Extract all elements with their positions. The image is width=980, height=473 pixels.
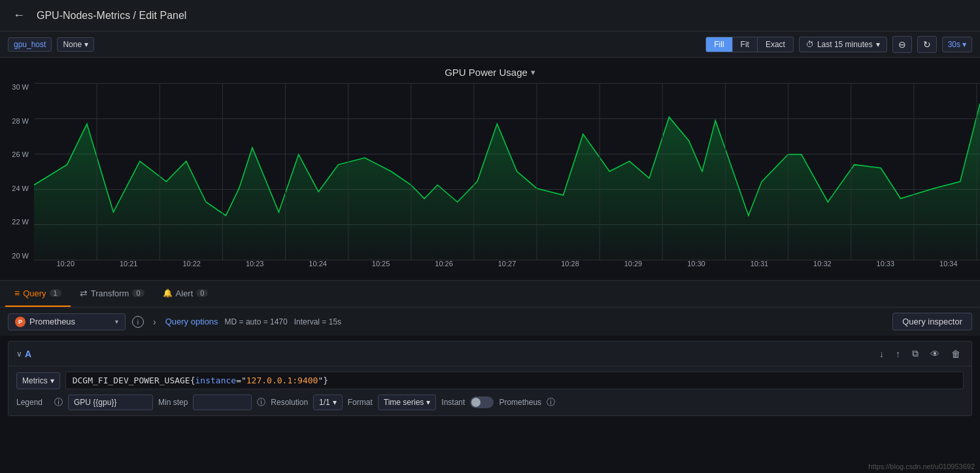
query-hide-button[interactable]: 👁	[927, 347, 943, 360]
tab-query[interactable]: ≡ Query 1	[5, 281, 71, 307]
x-label-3: 10:23	[223, 260, 286, 273]
page-title: GPU-Nodes-Metrics / Edit Panel	[37, 10, 186, 22]
query-tab-count: 1	[50, 289, 61, 297]
time-range-label: Last 15 minutes	[817, 40, 873, 49]
tabs-bar: ≡ Query 1 ⇄ Transform 0 🔔 Alert 0	[0, 280, 980, 307]
x-label-4: 10:24	[286, 260, 349, 273]
legend-field-label: Legend	[16, 398, 49, 407]
resolution-label: Resolution	[271, 398, 308, 407]
query-input-row: Metrics ▾ DCGM_FI_DEV_POWER_USAGE{instan…	[16, 372, 964, 389]
query-header: ∨ A ↓ ↑ ⧉ 👁 🗑	[8, 342, 972, 366]
format-label: Format	[348, 398, 373, 407]
zoom-out-button[interactable]: ⊖	[892, 36, 912, 53]
metrics-dropdown[interactable]: Metrics ▾	[16, 372, 60, 389]
metric-name: DCGM_FI_DEV_POWER_USAGE	[73, 376, 190, 385]
dropdown-chevron-icon: ▾	[84, 40, 88, 49]
chart-title: GPU Power Usage	[445, 67, 528, 78]
top-bar: ← GPU-Nodes-Metrics / Edit Panel	[0, 0, 980, 31]
resolution-dropdown[interactable]: 1/1 ▾	[313, 394, 343, 410]
fill-view-button[interactable]: Fill	[706, 37, 732, 52]
metrics-chevron-icon: ▾	[50, 376, 54, 385]
query-options-bar: P Prometheus ▾ i › Query options MD = au…	[0, 307, 980, 336]
x-label-12: 10:32	[791, 260, 854, 273]
refresh-button[interactable]: ↻	[917, 36, 937, 53]
query-actions: ↓ ↑ ⧉ 👁 🗑	[876, 347, 964, 360]
query-copy-button[interactable]: ⧉	[909, 347, 922, 360]
prometheus-right-label: Prometheus	[499, 398, 541, 407]
x-label-13: 10:33	[854, 260, 917, 273]
x-label-14: 10:34	[917, 260, 980, 273]
query-collapse-icon[interactable]: ∨	[16, 349, 22, 359]
x-label-0: 10:20	[34, 260, 97, 273]
legend-info-icon[interactable]: ⓘ	[54, 396, 63, 408]
y-label-0: 30 W	[12, 83, 29, 91]
chart-container: GPU Power Usage ▾ 30 W 28 W 26 W 24 W 22…	[0, 58, 980, 280]
tag-badge: gpu_host	[8, 37, 52, 52]
format-value: Time series	[384, 398, 424, 407]
chart-title-menu-icon[interactable]: ▾	[531, 67, 535, 77]
alert-tab-label: Alert	[176, 289, 194, 298]
format-dropdown[interactable]: Time series ▾	[378, 394, 437, 410]
query-inspector-button[interactable]: Query inspector	[892, 313, 972, 330]
query-move-up-button[interactable]: ↑	[892, 347, 904, 360]
back-button[interactable]: ←	[8, 6, 30, 25]
y-axis: 30 W 28 W 26 W 24 W 22 W 20 W	[0, 83, 34, 273]
transform-tab-icon: ⇄	[80, 288, 88, 298]
min-step-input[interactable]	[193, 394, 252, 410]
query-move-down-button[interactable]: ↓	[876, 347, 887, 360]
chart-plot: 10:20 10:21 10:22 10:23 10:24 10:25 10:2…	[34, 83, 980, 273]
datasource-name: Prometheus	[29, 317, 111, 326]
x-label-7: 10:27	[475, 260, 538, 273]
resolution-chevron-icon: ▾	[333, 398, 337, 407]
query-options-link[interactable]: Query options	[165, 317, 218, 326]
datasource-selector[interactable]: P Prometheus ▾	[8, 313, 126, 330]
y-label-2: 26 W	[12, 150, 29, 158]
time-chevron-icon: ▾	[876, 40, 880, 49]
query-body: Metrics ▾ DCGM_FI_DEV_POWER_USAGE{instan…	[8, 366, 972, 415]
none-dropdown[interactable]: None ▾	[57, 37, 94, 52]
query-tab-icon: ≡	[14, 288, 20, 298]
tab-alert[interactable]: 🔔 Alert 0	[154, 281, 218, 307]
alert-tab-count: 0	[196, 289, 208, 297]
legend-input[interactable]	[68, 394, 153, 410]
min-step-info-icon[interactable]: ⓘ	[257, 396, 265, 408]
instant-toggle[interactable]	[470, 396, 494, 408]
legend-row: Legend ⓘ Min step ⓘ Resolution 1/1 ▾ For…	[16, 394, 964, 410]
x-label-1: 10:21	[97, 260, 160, 273]
tab-transform[interactable]: ⇄ Transform 0	[71, 281, 154, 307]
back-icon: ←	[13, 9, 25, 22]
x-label-8: 10:28	[539, 260, 601, 273]
x-label-6: 10:26	[413, 260, 475, 273]
watermark: https://blog.csdn.net/u010953692	[868, 463, 975, 470]
toolbar: gpu_host None ▾ Fill Fit Exact ⏱ Last 15…	[0, 31, 980, 58]
query-meta-md: MD = auto = 1470	[225, 317, 288, 326]
clock-icon: ⏱	[806, 40, 814, 49]
time-range-picker[interactable]: ⏱ Last 15 minutes ▾	[799, 37, 887, 52]
transform-tab-label: Transform	[91, 289, 129, 298]
refresh-rate-dropdown[interactable]: 30s ▾	[942, 37, 972, 52]
refresh-icon: ↻	[923, 39, 931, 50]
y-label-1: 28 W	[12, 117, 29, 125]
x-label-11: 10:31	[728, 260, 790, 273]
prometheus-right-info-icon[interactable]: ⓘ	[547, 396, 555, 408]
toggle-knob	[471, 398, 481, 407]
query-expression-input[interactable]: DCGM_FI_DEV_POWER_USAGE{instance="127.0.…	[65, 372, 964, 389]
y-label-5: 20 W	[12, 252, 29, 260]
metric-val: 127.0.0.1:9400	[246, 376, 318, 385]
refresh-rate-label: 30s	[948, 40, 960, 49]
query-delete-button[interactable]: 🗑	[948, 347, 964, 360]
exact-view-button[interactable]: Exact	[758, 37, 793, 52]
transform-tab-count: 0	[132, 289, 144, 297]
y-label-4: 22 W	[12, 218, 29, 226]
fit-view-button[interactable]: Fit	[733, 37, 758, 52]
x-label-5: 10:25	[349, 260, 412, 273]
datasource-info-icon[interactable]: i	[132, 316, 144, 328]
x-label-2: 10:22	[160, 260, 223, 273]
x-label-10: 10:30	[665, 260, 728, 273]
metric-key: instance	[195, 376, 237, 385]
format-chevron-icon: ▾	[426, 398, 430, 407]
zoom-out-icon: ⊖	[898, 39, 906, 50]
expand-icon[interactable]: ›	[150, 315, 159, 328]
query-meta-interval: Interval = 15s	[294, 317, 341, 326]
datasource-chevron-icon: ▾	[115, 318, 118, 325]
